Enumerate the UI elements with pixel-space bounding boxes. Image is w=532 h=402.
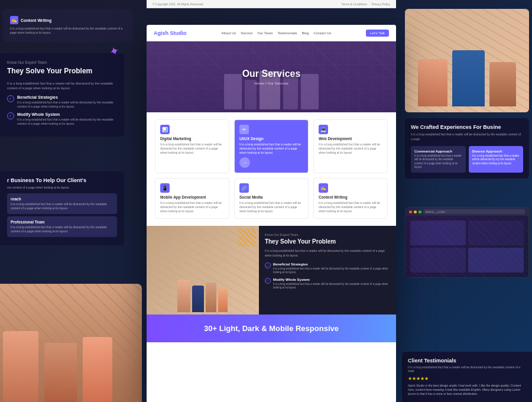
url-bar: www.a___o.com	[423, 209, 525, 214]
hero-title: Our Services	[242, 69, 301, 79]
right-panel: We Crafted Experiences For Busine It is …	[395, 0, 532, 402]
expert-badge: Know Our Expert Team	[7, 60, 117, 64]
content-writing-card: ✍ Content Writing It is a long establish…	[3, 9, 133, 42]
professional-text: It is a long established fact that a rea…	[11, 225, 113, 234]
approach-text-1: It is a long established fact that a rea…	[11, 202, 113, 210]
content-writing-title: Content Writing	[21, 18, 51, 22]
beneficial-feature: ✓ Beneficial Strategies It is a long est…	[7, 95, 117, 109]
testimonials-title: Client Testimonials	[408, 358, 526, 364]
services-section: 📊 Digital Marketing It is a long establi…	[147, 112, 396, 226]
web-content-area	[406, 216, 528, 277]
mobile-title: Mobile App Development	[160, 195, 224, 199]
terms-link[interactable]: Terms & Conditions	[342, 2, 367, 6]
social-media-icon: 🔗	[239, 183, 249, 193]
copyright-text: © Copyright 2021. All Rights Reserved.	[153, 2, 204, 6]
commercial-card: Commercial Approach It is a long establi…	[411, 146, 466, 173]
browser-bar: www.a___o.com	[406, 208, 528, 216]
uiux-arrow: →	[239, 157, 250, 168]
business-title: r Business To Help Our Client's	[7, 177, 117, 183]
nav-contact[interactable]: Contact Us	[314, 31, 332, 35]
hero-section: Our Services Home > Our Services	[147, 41, 396, 112]
copyright-bar: © Copyright 2021. All Rights Reserved. T…	[147, 0, 396, 8]
hero-background: Our Services Home > Our Services	[147, 41, 396, 112]
web-mockup: www.a___o.com	[405, 207, 529, 278]
crafted-text: It is a long established fact that a rea…	[411, 132, 523, 141]
service-web-dev: 💻 Web Development It is a long establish…	[313, 119, 388, 173]
testimonial-quote: Agish Studio is the best design studio I…	[408, 384, 526, 396]
uiux-icon: ✏	[239, 125, 249, 134]
modify-text: It is a long established fact that a rea…	[17, 118, 117, 126]
hero-breadcrumb: Home > Our Services	[254, 82, 288, 85]
banner-text: 30+ Light, Dark & Mobile Responsive	[204, 324, 339, 333]
team-feature-1: ✓ Beneficial Strategies It is a long est…	[265, 262, 390, 275]
left-panel: ✍ Content Writing It is a long establish…	[0, 0, 148, 402]
digital-marketing-text: It is a long established fact that a rea…	[160, 142, 224, 155]
feature-title-2: Modify Whole System	[273, 278, 390, 281]
testimonials-text: It is a long established fact that a rea…	[408, 365, 526, 372]
approach-title-1: roach	[11, 197, 113, 201]
team-badge: Know Our Expert Team	[265, 233, 390, 236]
dot-red	[409, 210, 412, 213]
crafted-section: We Crafted Experiences For Busine It is …	[405, 118, 529, 179]
feature-title-1: Beneficial Strategies	[273, 262, 390, 266]
service-social-media: 🔗 Social Media It is a long established …	[234, 178, 309, 219]
photo-right-inner	[405, 9, 529, 112]
beneficial-title: Beneficial Strategies	[17, 95, 117, 99]
feature-icon-2: ✓	[265, 278, 271, 284]
content-title: Content Writing	[319, 195, 382, 199]
nav-logo: Agish Studio	[154, 30, 187, 36]
nav-blog[interactable]: Blog	[302, 31, 309, 35]
diverse-card: Diverse Approach It is a long establishe…	[469, 146, 524, 173]
social-media-title: Social Media	[239, 195, 303, 199]
service-uiux: ✏ UI/UX Design It is a long established …	[234, 119, 309, 173]
service-mobile: 📱 Mobile App Development It is a long es…	[155, 178, 229, 219]
business-text: me content of a page when looking at its…	[7, 186, 117, 190]
approach-card-1: roach It is a long established fact that…	[7, 193, 117, 214]
business-section: r Business To Help Our Client's me conte…	[0, 171, 124, 245]
nav-testimonials[interactable]: Testimonials	[278, 31, 297, 35]
uiux-text: It is a long established fact that a rea…	[239, 142, 303, 155]
nav-cta-button[interactable]: Let's Talk	[366, 30, 389, 37]
diverse-title: Diverse Approach	[472, 150, 520, 153]
navbar: Agish Studio About Us Service Our Team T…	[147, 25, 396, 41]
modify-feature: ✓ Modify Whole System It is a long estab…	[7, 112, 117, 126]
commercial-title: Commercial Approach	[414, 150, 462, 153]
center-mockup: Agish Studio About Us Service Our Team T…	[147, 25, 396, 402]
expert-title: They Solve Your Problem	[7, 67, 117, 76]
nav-team[interactable]: Our Team	[257, 31, 273, 35]
uiux-title: UI/UX Design	[239, 137, 303, 141]
feature-text-2: It is a long established fact that a rea…	[273, 283, 390, 290]
crafted-title: We Crafted Experiences For Busine	[411, 124, 523, 130]
expert-team-left: Know Our Expert Team They Solve Your Pro…	[0, 53, 124, 137]
beneficial-text: It is a long established fact that a rea…	[17, 100, 117, 109]
logo-accent: Studio	[170, 30, 187, 36]
mobile-text: It is a long established fact that a rea…	[160, 201, 224, 213]
professional-title: Professional Team	[11, 220, 113, 224]
testimonials-section: Client Testimonials It is a long establi…	[402, 352, 532, 402]
top-right-photo	[405, 9, 529, 112]
photo-left	[0, 284, 142, 402]
team-content: Know Our Expert Team They Solve Your Pro…	[259, 226, 396, 315]
team-feature-2: ✓ Modify Whole System It is a long estab…	[265, 278, 390, 290]
content-text: It is a long established fact that a rea…	[319, 201, 382, 213]
modify-title: Modify Whole System	[17, 112, 117, 116]
social-media-text: It is a long established fact that a rea…	[239, 201, 303, 213]
nav-about[interactable]: About Us	[222, 31, 236, 35]
bottom-banner: 30+ Light, Dark & Mobile Responsive	[147, 315, 396, 342]
team-image	[147, 226, 259, 315]
team-image-inner	[147, 226, 259, 315]
beneficial-icon: ✓	[7, 95, 14, 102]
copyright-links: Terms & Conditions Privacy Policy	[342, 2, 390, 6]
dot-green	[419, 210, 421, 213]
mobile-icon: 📱	[160, 183, 170, 193]
feature-text-1: It is a long established fact that a rea…	[273, 267, 390, 275]
privacy-link[interactable]: Privacy Policy	[372, 2, 390, 6]
web-dev-title: Web Development	[319, 137, 382, 141]
content-writing-icon: ✍	[10, 16, 18, 24]
content-writing-text: It is a long established fact that a rea…	[10, 27, 126, 35]
commercial-text: It is a long established fact that a rea…	[414, 154, 462, 169]
expert-text: It is a long established fact that a rea…	[7, 81, 117, 91]
nav-service[interactable]: Service	[241, 31, 252, 35]
modify-icon: ✓	[7, 112, 14, 119]
approach-card-2: Professional Team It is a long establish…	[7, 216, 117, 237]
